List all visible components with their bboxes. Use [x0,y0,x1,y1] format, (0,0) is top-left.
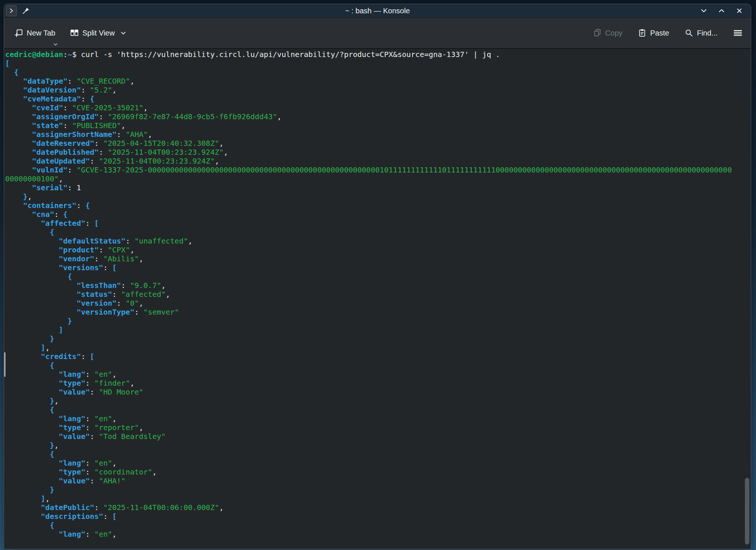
paste-button[interactable]: Paste [636,26,671,40]
chevron-down-icon [700,7,708,14]
pushpin-icon [22,7,30,15]
copy-icon [593,28,602,37]
find-label: Find... [697,29,717,37]
copy-button[interactable]: Copy [591,26,625,40]
prompt-user: cedric@debian [5,50,63,59]
maximize-button[interactable] [717,7,726,15]
left-edge-highlight-marker [4,352,6,377]
paste-icon [638,28,647,37]
close-icon [736,7,743,14]
close-button[interactable] [735,7,743,15]
toolbar-right-group: Copy Paste [591,26,751,40]
app-menu-button[interactable] [6,6,17,16]
new-tab-button[interactable]: New Tab [12,26,57,40]
scrollbar-handle[interactable] [745,478,749,544]
split-view-icon [70,28,79,37]
toolbar-left-group: New Tab Split View [4,26,128,40]
prompt-symbol: $ [72,50,81,59]
main-toolbar: New Tab Split View [4,18,751,49]
konsole-window: ~ : bash — Konsole [4,4,751,549]
window-title: ~ : bash — Konsole [4,4,751,17]
split-view-label: Split View [82,29,114,37]
prompt-cwd: ~ [68,50,72,59]
split-view-button[interactable]: Split View [68,26,128,40]
window-controls [700,7,751,15]
new-tab-dropdown-chevron-icon[interactable] [53,42,58,47]
terminal-area: cedric@debian:~$ curl -s 'https://vulner… [4,49,751,549]
hamburger-menu-button[interactable] [731,26,745,40]
terminal-output[interactable]: cedric@debian:~$ curl -s 'https://vulner… [4,49,734,539]
titlebar: ~ : bash — Konsole [4,4,751,18]
search-icon [685,28,693,37]
new-tab-icon [14,28,23,37]
hamburger-icon [733,28,743,37]
minimize-button[interactable] [700,7,708,15]
chevron-up-icon [718,7,725,14]
command-text: curl -s 'https://vulnerability.circl.lu/… [81,50,500,59]
prompt-separator: : [63,50,68,59]
pin-button[interactable] [21,6,31,16]
find-button[interactable]: Find... [682,26,720,40]
terminal-prompt-icon [8,7,15,14]
split-view-dropdown-chevron-icon [120,30,126,36]
copy-label: Copy [605,29,623,37]
paste-label: Paste [650,29,669,37]
new-tab-label: New Tab [27,29,55,37]
